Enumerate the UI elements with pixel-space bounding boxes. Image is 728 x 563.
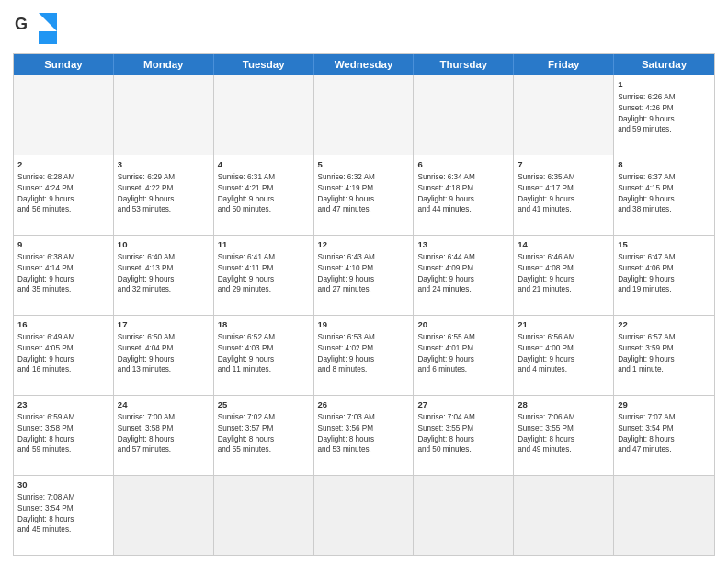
day-info-line: Sunset: 4:03 PM bbox=[218, 343, 310, 354]
calendar-cell: 22Sunrise: 6:57 AMSunset: 3:59 PMDayligh… bbox=[614, 316, 714, 395]
day-number: 8 bbox=[618, 158, 711, 171]
day-number: 13 bbox=[417, 238, 509, 251]
day-info-line: and 1 minute. bbox=[618, 364, 711, 375]
calendar-cell: 9Sunrise: 6:38 AMSunset: 4:14 PMDaylight… bbox=[14, 236, 114, 315]
day-info-line: Sunrise: 7:03 AM bbox=[318, 412, 410, 423]
day-info-line: Daylight: 9 hours bbox=[218, 274, 310, 285]
day-info-line: Daylight: 9 hours bbox=[518, 354, 609, 365]
page-container: G Sunday Monday Tuesday Wednesday Thursd… bbox=[0, 0, 728, 563]
calendar-cell: 8Sunrise: 6:37 AMSunset: 4:15 PMDaylight… bbox=[614, 155, 714, 235]
day-info-line: Sunrise: 6:55 AM bbox=[417, 332, 509, 343]
calendar-cell: 12Sunrise: 6:43 AMSunset: 4:10 PMDayligh… bbox=[314, 236, 415, 315]
header-thursday: Thursday bbox=[414, 54, 514, 75]
week-row-2: 2Sunrise: 6:28 AMSunset: 4:24 PMDaylight… bbox=[14, 155, 714, 235]
day-info-line: Daylight: 9 hours bbox=[417, 274, 509, 285]
day-info-line: Sunrise: 6:49 AM bbox=[17, 332, 109, 343]
day-number: 4 bbox=[218, 158, 310, 171]
day-info-line: and 59 minutes. bbox=[618, 124, 711, 135]
day-info-line: Sunset: 4:18 PM bbox=[417, 183, 509, 194]
day-info-line: Sunrise: 6:44 AM bbox=[417, 252, 509, 263]
day-info-line: Sunrise: 7:06 AM bbox=[518, 412, 609, 423]
day-info-line: Daylight: 8 hours bbox=[417, 434, 509, 445]
calendar-cell bbox=[314, 75, 415, 155]
day-info-line: Daylight: 9 hours bbox=[218, 354, 310, 365]
day-number: 12 bbox=[318, 238, 410, 251]
day-info-line: and 6 minutes. bbox=[417, 364, 509, 375]
day-number: 19 bbox=[318, 318, 410, 331]
day-info-line: Daylight: 9 hours bbox=[218, 194, 310, 205]
day-number: 5 bbox=[318, 158, 410, 171]
calendar-cell: 10Sunrise: 6:40 AMSunset: 4:13 PMDayligh… bbox=[114, 236, 214, 315]
day-number: 21 bbox=[518, 318, 609, 331]
day-info-line: Daylight: 9 hours bbox=[118, 194, 210, 205]
day-info-line: Sunrise: 6:59 AM bbox=[17, 412, 109, 423]
day-info-line: and 24 minutes. bbox=[417, 284, 509, 295]
day-info-line: and 35 minutes. bbox=[17, 284, 109, 295]
day-number: 3 bbox=[118, 158, 210, 171]
day-info-line: and 4 minutes. bbox=[518, 364, 609, 375]
calendar-cell bbox=[514, 476, 614, 555]
calendar-cell: 20Sunrise: 6:55 AMSunset: 4:01 PMDayligh… bbox=[414, 316, 514, 395]
day-info-line: Daylight: 9 hours bbox=[17, 194, 109, 205]
day-info-line: and 47 minutes. bbox=[618, 444, 711, 455]
day-info-line: Daylight: 8 hours bbox=[518, 434, 609, 445]
day-info-line: Daylight: 9 hours bbox=[618, 114, 711, 125]
calendar-cell bbox=[414, 75, 514, 155]
calendar-cell: 2Sunrise: 6:28 AMSunset: 4:24 PMDaylight… bbox=[14, 155, 114, 235]
calendar-cell: 3Sunrise: 6:29 AMSunset: 4:22 PMDaylight… bbox=[114, 155, 214, 235]
day-info-line: and 50 minutes. bbox=[417, 444, 509, 455]
day-info-line: Daylight: 9 hours bbox=[618, 354, 711, 365]
day-info-line: Daylight: 9 hours bbox=[318, 194, 410, 205]
week-row-3: 9Sunrise: 6:38 AMSunset: 4:14 PMDaylight… bbox=[14, 235, 714, 315]
day-info-line: Daylight: 9 hours bbox=[618, 274, 711, 285]
day-info-line: Daylight: 9 hours bbox=[618, 194, 711, 205]
day-number: 27 bbox=[417, 398, 509, 411]
day-info-line: Daylight: 9 hours bbox=[518, 194, 609, 205]
day-info-line: Sunrise: 6:28 AM bbox=[17, 172, 109, 183]
calendar-cell: 26Sunrise: 7:03 AMSunset: 3:56 PMDayligh… bbox=[314, 396, 415, 475]
day-info-line: and 56 minutes. bbox=[17, 204, 109, 215]
day-info-line: Daylight: 9 hours bbox=[318, 354, 410, 365]
day-info-line: and 13 minutes. bbox=[118, 364, 210, 375]
calendar-cell: 11Sunrise: 6:41 AMSunset: 4:11 PMDayligh… bbox=[214, 236, 314, 315]
day-number: 11 bbox=[218, 238, 310, 251]
day-info-line: Sunset: 3:54 PM bbox=[17, 503, 109, 514]
calendar-cell: 27Sunrise: 7:04 AMSunset: 3:55 PMDayligh… bbox=[414, 396, 514, 475]
calendar-cell bbox=[314, 476, 415, 555]
day-number: 29 bbox=[618, 398, 711, 411]
day-info-line: and 47 minutes. bbox=[318, 204, 410, 215]
day-number: 24 bbox=[118, 398, 210, 411]
day-info-line: Daylight: 8 hours bbox=[17, 434, 109, 445]
day-info-line: Sunrise: 6:40 AM bbox=[118, 252, 210, 263]
day-info-line: Daylight: 8 hours bbox=[17, 514, 109, 525]
day-info-line: Sunset: 4:04 PM bbox=[118, 343, 210, 354]
day-info-line: and 53 minutes. bbox=[118, 204, 210, 215]
day-number: 25 bbox=[218, 398, 310, 411]
day-info-line: Sunrise: 6:56 AM bbox=[518, 332, 609, 343]
day-info-line: and 11 minutes. bbox=[218, 364, 310, 375]
day-info-line: Sunrise: 6:37 AM bbox=[618, 172, 711, 183]
calendar-cell bbox=[114, 75, 214, 155]
header-friday: Friday bbox=[514, 54, 614, 75]
day-info-line: Sunrise: 6:53 AM bbox=[318, 332, 410, 343]
week-row-1: 1Sunrise: 6:26 AMSunset: 4:26 PMDaylight… bbox=[14, 75, 714, 155]
calendar-cell: 17Sunrise: 6:50 AMSunset: 4:04 PMDayligh… bbox=[114, 316, 214, 395]
day-number: 9 bbox=[17, 238, 109, 251]
day-info-line: Sunset: 4:00 PM bbox=[518, 343, 609, 354]
calendar-cell: 13Sunrise: 6:44 AMSunset: 4:09 PMDayligh… bbox=[414, 236, 514, 315]
day-info-line: Sunset: 4:06 PM bbox=[618, 263, 711, 274]
day-info-line: Sunset: 3:55 PM bbox=[518, 423, 609, 434]
day-info-line: Sunset: 3:56 PM bbox=[318, 423, 410, 434]
day-info-line: Daylight: 8 hours bbox=[118, 434, 210, 445]
day-number: 10 bbox=[118, 238, 210, 251]
day-info-line: Sunset: 3:58 PM bbox=[118, 423, 210, 434]
svg-marker-1 bbox=[39, 13, 57, 31]
day-info-line: and 44 minutes. bbox=[417, 204, 509, 215]
day-info-line: Sunrise: 7:04 AM bbox=[417, 412, 509, 423]
day-info-line: Sunset: 4:05 PM bbox=[17, 343, 109, 354]
day-info-line: Sunset: 4:11 PM bbox=[218, 263, 310, 274]
day-info-line: Sunset: 3:57 PM bbox=[218, 423, 310, 434]
svg-text:G: G bbox=[15, 15, 28, 33]
calendar-cell bbox=[414, 476, 514, 555]
week-row-5: 23Sunrise: 6:59 AMSunset: 3:58 PMDayligh… bbox=[14, 395, 714, 475]
